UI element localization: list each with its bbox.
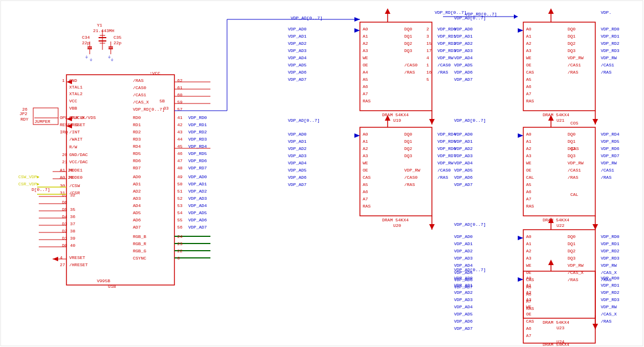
pin-ad7: AD7 (133, 225, 141, 230)
u24-a6: A6 (526, 326, 532, 331)
u19-dq3: DQ3 (404, 48, 413, 53)
u22-we: WE (526, 160, 532, 165)
jumper-label: JUMPER (34, 119, 50, 124)
vdp-ad6-u19: VDP_AD6 (288, 70, 307, 75)
vdp-rd4-r: VDP_RD4 (188, 144, 207, 149)
pin-rd6: RD6 (133, 158, 141, 163)
u22-dq3: DQ3 (568, 153, 576, 158)
pnum-48: 48 (177, 165, 183, 170)
pin26: 26 (22, 107, 28, 112)
u22-cas1-r: /CAS1 (568, 168, 581, 173)
u19-pn17: 17 (426, 48, 432, 53)
d-bus-label: D[0..7] (32, 187, 50, 192)
vdp-ad4-u24: VDP_AD4 (454, 304, 473, 309)
pnum-50: 50 (177, 182, 183, 187)
pin-hreset: /HRESET (69, 262, 88, 267)
vdp-ad6-r: VDP_AD6 (188, 217, 207, 222)
vdp-ad0-r: VDP_AD0 (188, 174, 207, 179)
crystal-freq: 21.443MH (93, 28, 115, 33)
ras-u21: /RAS (601, 70, 611, 75)
pnum-53: 53 (177, 203, 183, 208)
crystal-label: Y1 (97, 23, 102, 28)
svg-rect-0 (0, 0, 644, 347)
c35-label: C35 (114, 35, 122, 40)
vdp-ad0-u24: VDP_AD0 (454, 276, 473, 281)
vdp-ad4-u20: VDP_AD4 (288, 160, 307, 165)
cas-label: CAS (571, 146, 579, 151)
vdp-ad-u24: VDP_AD[0..7] (454, 267, 486, 272)
vdp-rw-u21: VDP_RW (601, 55, 617, 60)
u22-a0: A0 (526, 132, 532, 137)
cas0-u19: /CAS0 (437, 63, 451, 68)
vdp-rd-u19: VDP_RD[0..7] (435, 10, 467, 15)
vdp-ad3-u22: VDP_AD3 (454, 153, 473, 158)
vdp-rd1: VDP_RD1 (437, 34, 456, 39)
u23-ref: U23 (557, 325, 565, 330)
vdp-ad6-u20: VDP_AD6 (288, 175, 307, 180)
pnum-54: 54 (177, 210, 183, 215)
u19-cas0: /CAS0 (404, 63, 418, 68)
pin-cas_x: /CAS_X (133, 100, 149, 105)
pnum-41: 41 (177, 115, 183, 120)
pnum-42: 42 (177, 122, 183, 127)
u19-a3: A3 (363, 48, 368, 53)
rgb-b-pin: 24 (177, 234, 183, 239)
vdp-rd2-u21: VDP_RD2 (601, 41, 620, 46)
u21-rw: VDP_RW (568, 55, 584, 60)
pnum-56: 56 (177, 225, 183, 230)
pin-rgb-r: RGB_R (133, 241, 146, 246)
pin-rd2: RD2 (133, 130, 141, 134)
u20-ref: U20 (393, 223, 401, 228)
u21-ras3: /RAS (568, 70, 578, 75)
pin-cas1: /CAS1 (133, 92, 146, 97)
u19-oe: OE (363, 63, 368, 68)
u19-a4: A4 (363, 70, 368, 75)
pnum-59: 59 (177, 100, 183, 105)
vdp-rd2-u24: VDP_RD2 (601, 290, 620, 295)
vdp-ad2-u23: VDP_AD2 (454, 248, 473, 253)
pnum-d1: D1 39 (62, 236, 75, 241)
pin-ad6: AD6 (133, 217, 141, 222)
pnum-43: 43 (177, 130, 183, 134)
u23-a0: A0 (526, 234, 532, 239)
u21-cas: CAS (526, 70, 534, 75)
vdp-rd7-r: VDP_RD7 (188, 165, 207, 170)
pnum-d2: D2 38 (62, 229, 75, 234)
vdp-ad5-r: VDP_AD5 (188, 210, 207, 215)
u21-we: WE (526, 55, 532, 60)
vcc-sym: ↑VCC (150, 71, 160, 76)
u21-a2: A2 (526, 41, 532, 46)
u24-oe: OE (526, 312, 532, 317)
vdp-rd-connector: VDP_RD[0..7] (465, 12, 497, 17)
u23-dq2: DQ2 (568, 248, 576, 253)
u19-a5: A5 (363, 77, 368, 82)
u23-a3: A3 (526, 256, 532, 261)
u20-a0: A0 (363, 132, 368, 137)
gnd-xtal1: ⏚ (85, 54, 88, 59)
u22-a7: A7 (526, 196, 532, 201)
vdp-rd3-r: VDP_RD3 (188, 137, 207, 142)
cos-label: COS (570, 121, 579, 126)
pnum-49: 49 (177, 174, 183, 179)
vdp-rd3-u24: VDP_RD3 (601, 297, 620, 302)
vdp-ad6-u24: VDP_AD6 (454, 319, 473, 324)
u22-a5: A5 (526, 182, 532, 187)
pin-vbb: VBB (69, 106, 78, 111)
u20-a1: A1 (363, 139, 368, 144)
cas1-u22: /CAS1 (601, 168, 614, 173)
vdp-rw-u19: VDP_RW (437, 55, 454, 60)
vdp-rd7: VDP_RD7 (437, 153, 456, 158)
pin-csw: /CSW (69, 183, 80, 188)
u21-dq3: DQ3 (568, 48, 576, 53)
vdp-rd1-r: VDP_RD1 (188, 122, 207, 127)
vdp-rd3-u21: VDP_RD3 (601, 48, 620, 53)
pnum-d5: D5 35 (62, 207, 75, 212)
pin-vcc: VCC (69, 99, 78, 103)
u20-oe: OE (363, 168, 368, 173)
pnum-52: 52 (177, 196, 183, 201)
pnum-d6: D6 (62, 200, 68, 205)
vdp-ad0-u20: VDP_AD0 (288, 132, 307, 137)
cas0-u20: /CAS0 (437, 168, 451, 173)
casx-u24: /CAS_X (601, 312, 617, 317)
u22-dq0: DQ0 (568, 132, 576, 137)
